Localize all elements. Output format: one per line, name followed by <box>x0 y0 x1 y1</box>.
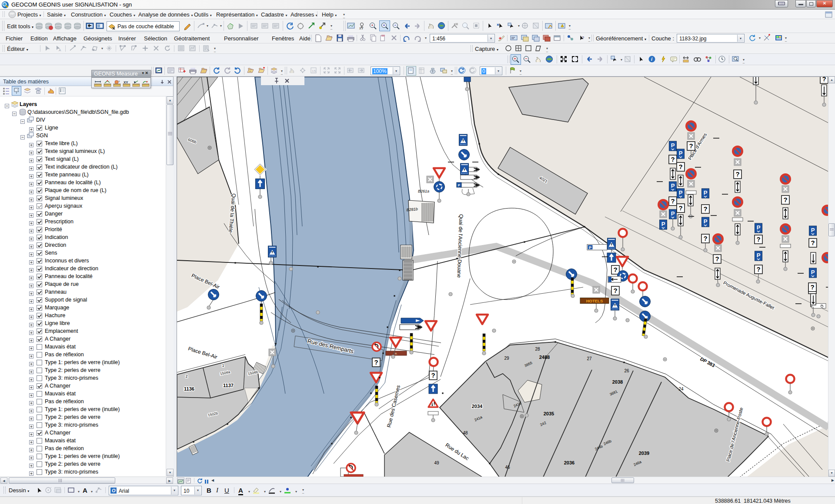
svg-text:2036: 2036 <box>564 460 574 465</box>
svg-text:29: 29 <box>504 356 509 361</box>
svg-text:?: ? <box>582 36 584 40</box>
svg-text:?: ? <box>118 80 120 83</box>
svg-text:A: A <box>59 48 61 52</box>
svg-text:15: 15 <box>312 69 316 73</box>
svg-text:28: 28 <box>535 347 540 351</box>
svg-text:27: 27 <box>587 356 592 361</box>
svg-text:B261a: B261a <box>418 189 429 193</box>
svg-text:49: 49 <box>434 461 439 465</box>
svg-text:2488: 2488 <box>539 355 550 360</box>
svg-text:1137: 1137 <box>223 383 234 388</box>
svg-text:XY: XY <box>359 27 364 30</box>
svg-text:2038: 2038 <box>612 379 623 385</box>
svg-text:O: O <box>112 488 116 493</box>
svg-text:2034: 2034 <box>472 404 483 409</box>
svg-text:1: 1 <box>222 363 224 368</box>
svg-text:48: 48 <box>463 431 468 435</box>
svg-text:2035: 2035 <box>544 411 554 416</box>
svg-text:2039: 2039 <box>639 451 649 456</box>
svg-text:24: 24 <box>678 387 684 391</box>
svg-text:2: 2 <box>185 374 187 378</box>
svg-text:P: P <box>458 183 461 187</box>
svg-text:1136: 1136 <box>184 386 194 391</box>
svg-text:26: 26 <box>624 368 629 373</box>
svg-text:46: 46 <box>505 465 510 470</box>
